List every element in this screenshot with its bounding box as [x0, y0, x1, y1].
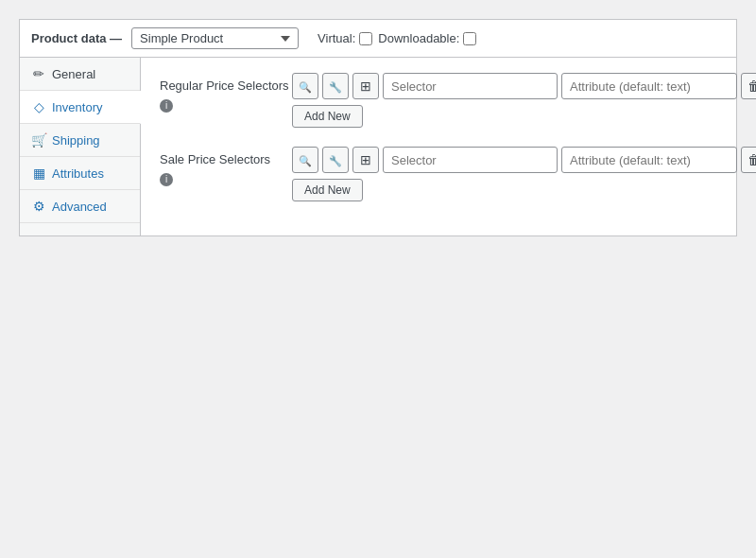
- wrench-icon-2: [329, 153, 342, 167]
- sale-price-selector-input[interactable]: [383, 147, 558, 173]
- regular-price-selector-row: 🗑: [292, 73, 756, 99]
- grid-icon: ▦: [31, 166, 46, 181]
- sale-price-search-btn[interactable]: [292, 147, 318, 173]
- sidebar-item-general[interactable]: ✏ General: [20, 58, 140, 91]
- sidebar-label-general: General: [52, 67, 95, 81]
- sale-price-label-group: Sale Price Selectors i: [160, 147, 292, 186]
- product-type-select[interactable]: Simple Product Variable Product Grouped …: [131, 27, 299, 49]
- downloadable-checkbox[interactable]: [463, 32, 476, 45]
- sidebar-item-advanced[interactable]: ⚙ Advanced: [20, 190, 140, 223]
- virtual-label-group: Virtual:: [318, 31, 372, 45]
- search-icon: [299, 79, 312, 94]
- sidebar-item-attributes[interactable]: ▦ Attributes: [20, 157, 140, 190]
- regular-price-label-group: Regular Price Selectors i: [160, 73, 292, 113]
- regular-price-label: Regular Price Selectors: [160, 78, 292, 93]
- main-content: Regular Price Selectors i: [141, 58, 756, 235]
- search-icon-2: [299, 153, 312, 167]
- regular-price-search-btn[interactable]: [292, 73, 318, 99]
- sidebar-label-advanced: Advanced: [52, 200, 107, 214]
- grid-small-icon: [360, 78, 371, 94]
- sale-price-label: Sale Price Selectors: [160, 152, 292, 166]
- regular-price-section: Regular Price Selectors i: [160, 73, 756, 128]
- sidebar: ✏ General ◇ Inventory 🛒 Shipping ▦ Attri…: [20, 58, 141, 235]
- regular-price-selector-input[interactable]: [383, 73, 558, 99]
- sale-price-delete-btn[interactable]: 🗑: [741, 147, 756, 173]
- sale-price-wrench-btn[interactable]: [322, 147, 349, 173]
- sidebar-label-inventory: Inventory: [52, 100, 102, 114]
- sidebar-label-attributes: Attributes: [52, 166, 104, 181]
- downloadable-label-group: Downloadable:: [378, 31, 476, 45]
- trash-icon-2: 🗑: [747, 152, 756, 167]
- grid-small-icon-2: [360, 152, 371, 167]
- panel-title: Product data —: [31, 31, 122, 45]
- gear-icon: ⚙: [31, 199, 46, 214]
- wrench-icon: [329, 79, 342, 94]
- downloadable-label: Downloadable:: [378, 31, 459, 45]
- product-data-panel: Product data — Simple Product Variable P…: [19, 19, 737, 236]
- virtual-checkbox[interactable]: [359, 32, 372, 45]
- virtual-downloadable-group: Virtual: Downloadable:: [318, 31, 476, 45]
- regular-price-attribute-input[interactable]: [561, 73, 737, 99]
- regular-price-add-new-btn[interactable]: Add New: [292, 105, 363, 128]
- sale-price-content: 🗑 Add New: [292, 147, 756, 201]
- regular-price-wrench-btn[interactable]: [322, 73, 349, 99]
- box-icon: ◇: [31, 99, 46, 114]
- sale-price-attribute-input[interactable]: [561, 147, 737, 173]
- pencil-icon: ✏: [31, 66, 46, 81]
- cart-icon: 🛒: [31, 132, 46, 148]
- virtual-label: Virtual:: [318, 31, 355, 45]
- sale-price-section: Sale Price Selectors i: [160, 147, 756, 201]
- regular-price-content: 🗑 Add New: [292, 73, 756, 128]
- sale-price-info-icon[interactable]: i: [160, 173, 173, 186]
- panel-header: Product data — Simple Product Variable P…: [20, 20, 736, 58]
- sidebar-label-shipping: Shipping: [52, 133, 100, 148]
- regular-price-info-icon[interactable]: i: [160, 99, 173, 113]
- sale-price-selector-row: 🗑: [292, 147, 756, 173]
- regular-price-grid-btn[interactable]: [352, 73, 379, 99]
- sidebar-item-inventory[interactable]: ◇ Inventory: [20, 91, 141, 124]
- panel-body: ✏ General ◇ Inventory 🛒 Shipping ▦ Attri…: [20, 58, 736, 235]
- sale-price-grid-btn[interactable]: [352, 147, 379, 173]
- sale-price-add-new-btn[interactable]: Add New: [292, 179, 363, 201]
- trash-icon: 🗑: [747, 78, 756, 94]
- regular-price-delete-btn[interactable]: 🗑: [741, 73, 756, 99]
- sidebar-item-shipping[interactable]: 🛒 Shipping: [20, 124, 140, 157]
